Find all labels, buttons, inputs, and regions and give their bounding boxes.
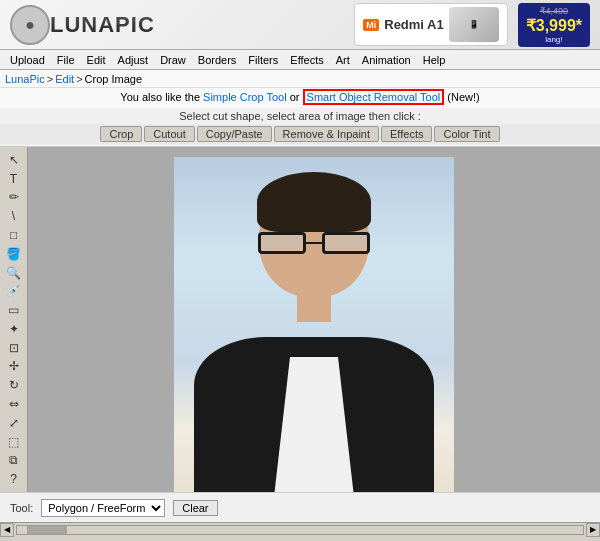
menu-item-art[interactable]: Art	[330, 53, 356, 67]
ad-banner: ● LUNAPIC Mi Redmi A1 📱 ₹4,400 ₹3,999* l…	[0, 0, 600, 50]
menu-item-help[interactable]: Help	[417, 53, 452, 67]
person-glasses	[256, 232, 372, 260]
line-icon[interactable]: \	[3, 207, 25, 225]
menu-item-edit[interactable]: Edit	[81, 53, 112, 67]
menu-item-upload[interactable]: Upload	[4, 53, 51, 67]
photo-display	[174, 157, 454, 492]
suggestion-bar: You also like the Simple Crop Tool or Sm…	[0, 88, 600, 108]
breadcrumb-sep2: >	[76, 73, 82, 85]
move-icon[interactable]: ✢	[3, 358, 25, 376]
menu-item-animation[interactable]: Animation	[356, 53, 417, 67]
crop-icon[interactable]: ⊡	[3, 339, 25, 357]
canvas-area	[28, 147, 600, 492]
logo-icon: ●	[10, 5, 50, 45]
paint-bucket-icon[interactable]: 🪣	[3, 245, 25, 263]
rotate-icon[interactable]: ↻	[3, 376, 25, 394]
eraser-icon[interactable]: ▭	[3, 301, 25, 319]
tab-effects[interactable]: Effects	[381, 126, 432, 142]
tool-tabs: CropCutoutCopy/PasteRemove & InpaintEffe…	[0, 124, 600, 144]
menu-item-filters[interactable]: Filters	[242, 53, 284, 67]
breadcrumb-sep1: >	[47, 73, 53, 85]
cursor-icon[interactable]: ↖	[3, 151, 25, 169]
text-icon[interactable]: T	[3, 170, 25, 188]
glasses-left	[258, 232, 306, 254]
app-name: LUNAPIC	[50, 12, 155, 38]
zoom-icon[interactable]: 🔍	[3, 264, 25, 282]
breadcrumb-current: Crop Image	[85, 73, 142, 85]
suggestion-or: or	[290, 91, 303, 103]
instruction-text: Select cut shape, select area of image t…	[0, 110, 600, 122]
breadcrumb-edit[interactable]: Edit	[55, 73, 74, 85]
breadcrumb-home[interactable]: LunaPic	[5, 73, 45, 85]
instruction-bar: Select cut shape, select area of image t…	[0, 108, 600, 147]
photo-container	[174, 157, 454, 492]
bottom-scrollbar: ◀ ▶	[0, 522, 600, 536]
clear-button[interactable]: Clear	[173, 500, 217, 516]
question-icon[interactable]: ?	[3, 470, 25, 488]
menu-item-effects[interactable]: Effects	[284, 53, 329, 67]
phone-image: 📱	[449, 7, 499, 42]
phone-name: Redmi A1	[384, 17, 443, 32]
suggestion-prefix: You also like the	[120, 91, 203, 103]
scroll-track[interactable]	[16, 525, 584, 535]
scroll-right-arrow[interactable]: ▶	[586, 523, 600, 537]
price-new: ₹3,999*	[526, 16, 582, 35]
glasses-bridge	[306, 242, 322, 244]
tab-copy-paste[interactable]: Copy/Paste	[197, 126, 272, 142]
clone-icon[interactable]: ⧉	[3, 452, 25, 470]
logo-area: ● LUNAPIC	[10, 5, 155, 45]
flip-icon[interactable]: ⇔	[3, 395, 25, 413]
suggestion-suffix: (New!)	[447, 91, 479, 103]
glasses-right	[322, 232, 370, 254]
price-emi: lang!	[526, 35, 582, 44]
menu-item-adjust[interactable]: Adjust	[112, 53, 155, 67]
menu-item-file[interactable]: File	[51, 53, 81, 67]
phone-ad[interactable]: Mi Redmi A1 📱	[354, 3, 507, 46]
wand-icon[interactable]: ✦	[3, 320, 25, 338]
menubar: UploadFileEditAdjustDrawBordersFiltersEf…	[0, 50, 600, 70]
eyedropper-icon[interactable]: 💉	[3, 282, 25, 300]
pencil-icon[interactable]: ✏	[3, 189, 25, 207]
tab-remove---inpaint[interactable]: Remove & Inpaint	[274, 126, 379, 142]
menu-item-borders[interactable]: Borders	[192, 53, 243, 67]
main-area: ↖T✏\□🪣🔍💉▭✦⊡✢↻⇔⤢⬚⧉?	[0, 147, 600, 492]
breadcrumb: LunaPic > Edit > Crop Image	[0, 70, 600, 88]
tool-select[interactable]: Polygon / FreeForm Rectangle Ellipse Las…	[41, 499, 165, 517]
scroll-thumb[interactable]	[27, 526, 67, 534]
tab-cutout[interactable]: Cutout	[144, 126, 194, 142]
smart-removal-link[interactable]: Smart Object Removal Tool	[303, 89, 445, 105]
person-hair	[257, 172, 371, 232]
menu-item-draw[interactable]: Draw	[154, 53, 192, 67]
left-toolbar: ↖T✏\□🪣🔍💉▭✦⊡✢↻⇔⤢⬚⧉?	[0, 147, 28, 492]
shapes-icon[interactable]: □	[3, 226, 25, 244]
rect-select-icon[interactable]: ⬚	[3, 433, 25, 451]
resize-icon[interactable]: ⤢	[3, 414, 25, 432]
tab-crop[interactable]: Crop	[100, 126, 142, 142]
mi-brand-icon: Mi	[363, 19, 379, 31]
price-box[interactable]: ₹4,400 ₹3,999* lang!	[518, 3, 590, 47]
tool-label: Tool:	[10, 502, 33, 514]
simple-crop-link[interactable]: Simple Crop Tool	[203, 91, 287, 103]
scroll-left-arrow[interactable]: ◀	[0, 523, 14, 537]
tab-color-tint[interactable]: Color Tint	[434, 126, 499, 142]
person-figure	[174, 157, 454, 492]
tool-select-bar: Tool: Polygon / FreeForm Rectangle Ellip…	[0, 492, 600, 522]
price-old: ₹4,400	[526, 6, 582, 16]
